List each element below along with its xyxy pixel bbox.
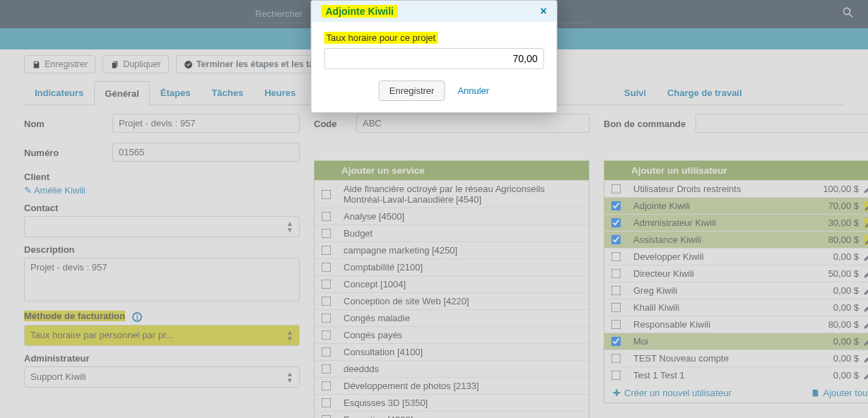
rate-input[interactable] <box>324 48 544 69</box>
modal-cancel-button[interactable]: Annuler <box>457 85 489 96</box>
close-icon[interactable]: × <box>540 5 546 18</box>
modal-save-button[interactable]: Enregistrer <box>379 80 445 101</box>
modal-title: Adjointe Kiwili <box>322 5 398 18</box>
modal-label: Taux horaire pour ce projet <box>324 32 438 44</box>
rate-modal: Adjointe Kiwili × Taux horaire pour ce p… <box>311 0 558 113</box>
